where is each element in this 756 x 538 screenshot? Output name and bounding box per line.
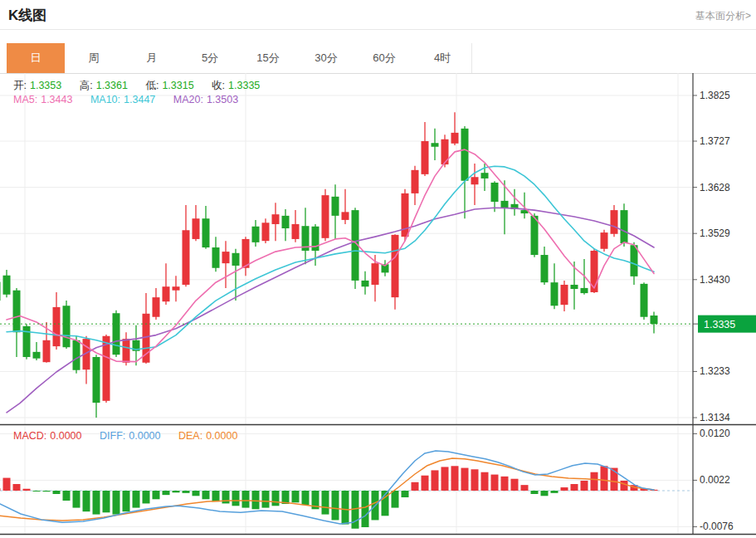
macd-hist-bar — [561, 487, 568, 491]
dea-value: 0.0000 — [206, 430, 237, 442]
ma10-label: MA10: — [90, 94, 120, 105]
macd-label: MACD: — [13, 430, 46, 442]
candle-body — [362, 281, 369, 286]
candle-body — [242, 239, 250, 268]
candle-body — [282, 216, 290, 228]
candle-body — [471, 177, 479, 184]
dea-label: DEA: — [178, 430, 202, 442]
candle-body — [123, 339, 130, 363]
macd-hist-bar — [63, 491, 71, 501]
low-value: 1.3315 — [162, 80, 193, 91]
macd-hist-bar — [173, 491, 180, 492]
macd-hist-bar — [591, 472, 598, 491]
candle-body — [183, 230, 190, 285]
candle-body — [33, 352, 41, 359]
macd-hist-bar — [143, 491, 150, 503]
macd-hist-bar — [222, 491, 230, 503]
candle-body — [163, 286, 170, 301]
last-price-badge-text: 1.3335 — [704, 319, 735, 330]
macd-hist-bar — [601, 466, 608, 491]
candle-body — [262, 223, 270, 241]
macd-hist-bar — [571, 484, 578, 491]
candle-body — [202, 218, 210, 247]
macd-hist-bar — [531, 491, 539, 494]
candle-body — [153, 297, 160, 317]
high-value: 1.3361 — [96, 80, 128, 91]
candle-body — [232, 253, 240, 266]
ma-legend: MA5:1.3443 MA10:1.3447 MA20:1.3503 — [13, 94, 241, 105]
macd-hist-bar — [551, 491, 558, 493]
candle-body — [581, 288, 588, 293]
macd-hist-bar — [441, 467, 449, 491]
macd-hist-bar — [392, 491, 399, 508]
candle-body — [422, 141, 429, 174]
macd-hist-bar — [193, 491, 200, 496]
macd-hist-bar — [481, 472, 489, 491]
candle-body — [591, 251, 598, 292]
candle-body — [0, 282, 1, 301]
ma5-value: 1.3443 — [41, 94, 72, 105]
candle-body — [651, 315, 658, 324]
candle-body — [212, 247, 220, 268]
diff-label: DIFF: — [100, 430, 125, 442]
candle-body — [332, 197, 339, 216]
ma10-line — [7, 166, 654, 350]
macd-hist-bar — [541, 491, 549, 496]
macd-hist-bar — [362, 491, 369, 527]
macd-hist-bar — [272, 491, 280, 506]
macd-hist-bar — [43, 491, 51, 492]
close-label: 收: — [212, 80, 225, 91]
candle-body — [601, 232, 608, 249]
candle-body — [611, 210, 618, 234]
macd-hist-bar — [501, 477, 509, 491]
macd-axis-tick-label: -0.0076 — [700, 521, 734, 532]
macd-hist-bar — [0, 488, 1, 491]
diff-value: 0.0000 — [129, 430, 160, 442]
macd-hist-bar — [53, 491, 61, 494]
macd-hist-bar — [461, 468, 469, 491]
ma20-value: 1.3503 — [207, 94, 238, 105]
candle-body — [193, 218, 200, 239]
ma20-label: MA20: — [173, 94, 203, 105]
macd-hist-bar — [451, 466, 459, 491]
macd-hist-bar — [402, 491, 409, 497]
macd-hist-bar — [521, 485, 529, 491]
macd-hist-bar — [242, 491, 250, 508]
candle-body — [3, 276, 11, 295]
macd-hist-bar — [621, 481, 628, 491]
candle-body — [63, 306, 71, 347]
candle-body — [43, 340, 51, 362]
macd-hist-bar — [302, 491, 310, 505]
macd-hist-bar — [412, 482, 419, 491]
macd-hist-bar — [163, 491, 170, 495]
candle-body — [432, 143, 439, 146]
macd-hist-bar — [262, 491, 270, 508]
macd-hist-bar — [491, 475, 499, 491]
candle-body — [571, 285, 578, 289]
macd-hist-bar — [183, 491, 190, 493]
macd-axis-tick-label: 0.0022 — [700, 474, 730, 486]
macd-axis-tick-label: 0.0120 — [700, 428, 730, 439]
candle-body — [372, 263, 379, 285]
candle-body — [73, 340, 80, 370]
candle-body — [631, 245, 638, 276]
open-value: 1.3353 — [30, 80, 61, 91]
ohlc-readout: 开:1.3353 高:1.3361 低:1.3315 收:1.3335 — [13, 79, 263, 93]
macd-hist-bar — [212, 491, 220, 501]
macd-hist-bar — [432, 470, 439, 491]
macd-hist-bar — [103, 491, 110, 512]
candle-body — [173, 286, 180, 290]
macd-hist-bar — [83, 491, 90, 511]
macd-hist-bar — [3, 478, 11, 491]
macd-hist-bar — [342, 491, 349, 525]
candle-body — [222, 252, 230, 263]
macd-hist-bar — [332, 491, 339, 520]
candle-body — [501, 201, 509, 208]
candle-body — [13, 291, 21, 333]
macd-hist-bar — [252, 491, 260, 509]
candle-body — [412, 170, 419, 193]
main-axis-tick-label: 1.3233 — [700, 365, 730, 377]
candle-body — [481, 173, 489, 179]
candle-body — [113, 313, 120, 355]
high-label: 高: — [80, 80, 93, 91]
